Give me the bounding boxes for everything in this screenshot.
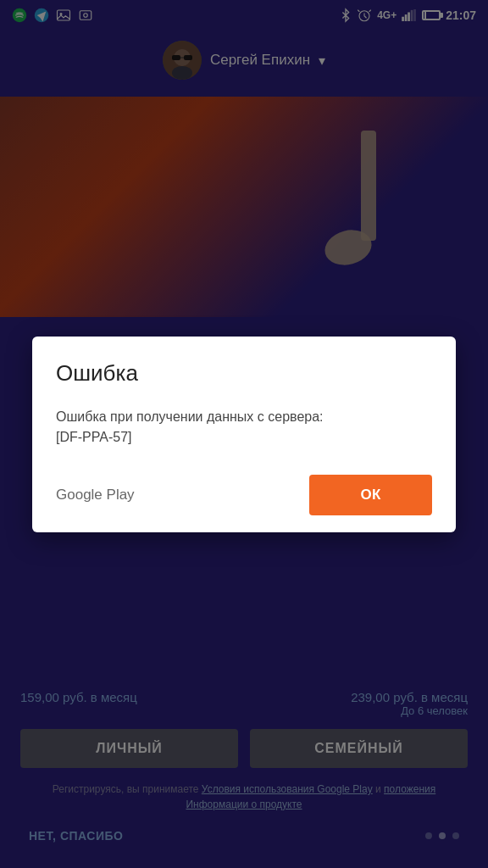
dialog-ok-button[interactable]: ОК [309,475,432,515]
dialog-overlay: Ошибка Ошибка при получении данных с сер… [0,0,488,868]
dialog-footer: Google Play ОК [56,475,432,515]
google-play-label: Google Play [56,487,135,504]
dialog-message: Ошибка при получении данных с сервера:[D… [56,407,432,448]
dialog-title: Ошибка [56,360,432,387]
error-dialog: Ошибка Ошибка при получении данных с сер… [32,337,456,532]
